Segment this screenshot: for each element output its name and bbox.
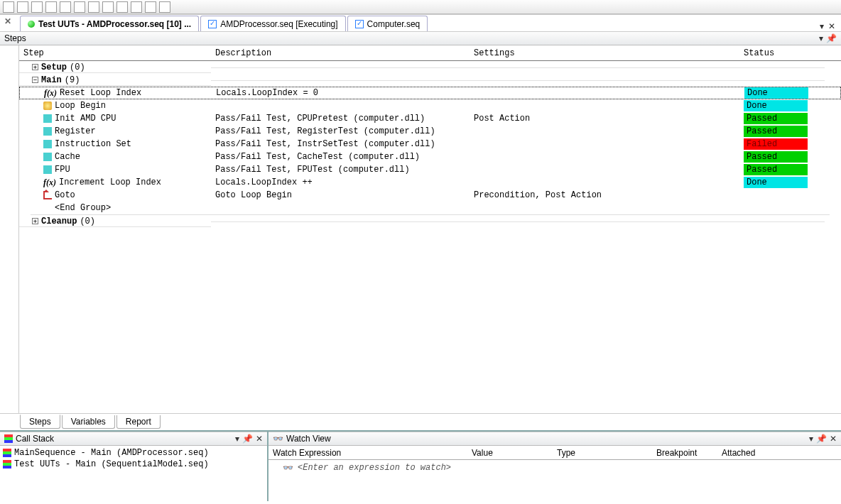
step-row[interactable]: f(x)Reset Loop IndexLocals.LoopIndex = 0… <box>19 87 841 99</box>
watch-placeholder[interactable]: <Enter an expression to watch> <box>298 463 451 473</box>
steps-list[interactable]: +Setup (0)−Main (9)f(x)Reset Loop IndexL… <box>19 61 841 413</box>
group-main[interactable]: −Main (9) <box>19 75 211 86</box>
step-status: Passed <box>739 164 825 175</box>
pane-title: Steps <box>4 33 26 43</box>
step-status: Passed <box>739 126 825 137</box>
callstack-row[interactable]: MainSequence - Main (AMDProcessor.seq) <box>3 447 264 459</box>
toolbar-btn[interactable] <box>31 1 43 13</box>
toolbar-btn[interactable] <box>145 1 156 13</box>
group-cleanup[interactable]: +Cleanup (0) <box>19 217 211 227</box>
step-row[interactable]: FPUPass/Fail Test, FPUTest (computer.dll… <box>19 163 841 176</box>
running-icon <box>28 21 35 28</box>
loop-icon <box>43 102 52 110</box>
fx-icon: f(x) <box>44 88 57 99</box>
callstack-pane: Call Stack ▾📌✕ MainSequence - Main (AMDP… <box>0 432 268 501</box>
step-row[interactable]: f(x)Increment Loop IndexLocals.LoopIndex… <box>19 176 841 189</box>
step-row[interactable]: Instruction SetPass/Fail Test, InstrSetT… <box>19 138 841 150</box>
tab-computer[interactable]: Computer.seq <box>347 16 428 31</box>
group-count: (0) <box>80 217 95 226</box>
col-attached[interactable]: Attached <box>717 448 774 458</box>
toolbar-btn[interactable] <box>131 1 142 13</box>
step-status: Failed <box>739 138 825 150</box>
tab-executing[interactable]: AMDProcessor.seq [Executing] <box>200 16 345 31</box>
close-icon[interactable]: ✕ <box>828 21 835 31</box>
col-status[interactable]: Status <box>739 48 825 58</box>
pin-icon[interactable]: 📌 <box>816 434 827 444</box>
toolbar-btn[interactable] <box>45 1 57 13</box>
action-icon <box>43 153 52 161</box>
step-settings: Precondition, Post Action <box>470 190 739 200</box>
toolbar-btn[interactable] <box>159 1 170 13</box>
tab-testuuts[interactable]: Test UUTs - AMDProcessor.seq [10] ... <box>20 16 199 31</box>
tab-label: Computer.seq <box>367 19 420 29</box>
close-icon[interactable]: ✕ <box>830 434 837 444</box>
pin-icon[interactable]: 📌 <box>242 434 253 444</box>
dropdown-icon[interactable]: ▾ <box>235 434 239 444</box>
toolbar-btn[interactable] <box>74 1 85 13</box>
callstack-header: Call Stack ▾📌✕ <box>0 432 267 446</box>
col-step[interactable]: Step <box>19 48 211 58</box>
stack-icon <box>4 434 13 443</box>
callstack-text: Test UUTs - Main (SequentialModel.seq) <box>14 459 209 469</box>
step-name: Register <box>55 126 96 136</box>
callstack-title: Call Stack <box>16 434 54 444</box>
toolbar-btn[interactable] <box>60 1 71 13</box>
step-name: <End Group> <box>55 203 111 213</box>
toolbar-btn[interactable] <box>3 1 14 13</box>
pin-icon[interactable]: 📌 <box>826 33 837 43</box>
action-icon <box>43 127 52 136</box>
expander-icon[interactable]: + <box>32 64 38 70</box>
close-icon[interactable]: ✕ <box>256 434 263 444</box>
dropdown-icon[interactable]: ▾ <box>820 21 824 31</box>
bottom-tabstrip: Steps Variables Report <box>0 413 841 430</box>
col-expr[interactable]: Watch Expression <box>268 448 467 458</box>
col-description[interactable]: Description <box>211 48 470 58</box>
callstack-text: MainSequence - Main (AMDProcessor.seq) <box>14 448 209 458</box>
group-label: Setup <box>41 62 67 72</box>
watch-title: Watch View <box>286 434 331 444</box>
group-setup[interactable]: +Setup (0) <box>19 62 211 73</box>
step-name: Goto <box>55 190 75 200</box>
col-settings[interactable]: Settings <box>470 48 739 58</box>
dropdown-icon[interactable]: ▾ <box>809 434 813 444</box>
action-icon <box>43 114 52 123</box>
step-row[interactable]: Init AMD CPUPass/Fail Test, CPUPretest (… <box>19 112 841 125</box>
glasses-icon: 👓 <box>273 434 283 444</box>
step-row[interactable]: RegisterPass/Fail Test, RegisterTest (co… <box>19 125 841 138</box>
step-status: Done <box>739 177 825 188</box>
toolbar-btn[interactable] <box>116 1 128 13</box>
col-type[interactable]: Type <box>553 448 652 458</box>
sequence-icon <box>208 20 217 28</box>
tab-steps[interactable]: Steps <box>20 415 60 429</box>
callstack-list[interactable]: MainSequence - Main (AMDProcessor.seq)Te… <box>0 446 267 501</box>
toolbar-btn[interactable] <box>17 1 28 13</box>
toolbar-btn[interactable] <box>102 1 114 13</box>
expander-icon[interactable]: − <box>32 77 38 83</box>
action-icon <box>43 165 52 174</box>
callstack-row[interactable]: Test UUTs - Main (SequentialModel.seq) <box>3 459 264 470</box>
col-breakpoint[interactable]: Breakpoint <box>652 448 717 458</box>
toolbar-btn[interactable] <box>88 1 99 13</box>
step-row[interactable]: CachePass/Fail Test, CacheTest (computer… <box>19 150 841 163</box>
watch-body[interactable]: 👓 <Enter an expression to watch> <box>268 460 841 501</box>
step-row[interactable]: Loop BeginDone <box>19 99 841 112</box>
steps-panel: Step Description Settings Status +Setup … <box>18 45 841 413</box>
col-value[interactable]: Value <box>467 448 553 458</box>
main-toolbar <box>0 0 841 14</box>
step-row[interactable]: <End Group> <box>19 202 841 214</box>
close-icon[interactable]: ✕ <box>4 16 11 26</box>
column-headers: Step Description Settings Status <box>19 45 841 61</box>
step-row[interactable]: GotoGoto Loop BeginPrecondition, Post Ac… <box>19 189 841 202</box>
dropdown-icon[interactable]: ▾ <box>819 33 823 43</box>
watch-columns: Watch Expression Value Type Breakpoint A… <box>268 446 841 460</box>
group-count: (9) <box>65 75 80 85</box>
expander-icon[interactable]: + <box>32 218 38 224</box>
step-description: Locals.LoopIndex ++ <box>211 177 470 187</box>
tab-variables[interactable]: Variables <box>62 415 115 429</box>
document-tabs: ✕ Test UUTs - AMDProcessor.seq [10] ... … <box>0 14 841 31</box>
step-name: Init AMD CPU <box>55 114 116 124</box>
group-count: (0) <box>70 62 85 72</box>
tab-label: Test UUTs - AMDProcessor.seq [10] ... <box>38 19 191 29</box>
tab-report[interactable]: Report <box>116 415 161 429</box>
sequence-icon <box>355 20 364 28</box>
